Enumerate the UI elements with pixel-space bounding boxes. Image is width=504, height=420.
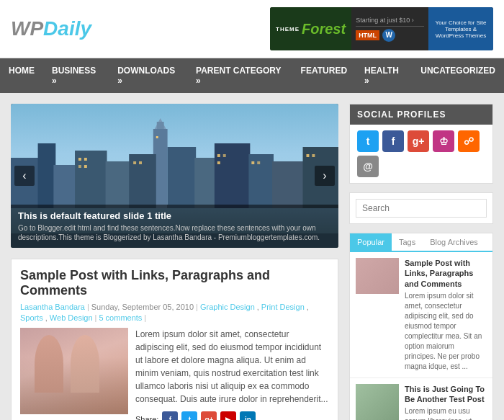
search-input[interactable]	[356, 199, 487, 218]
share-twitter-btn[interactable]: t	[181, 411, 197, 420]
tab-tags[interactable]: Tags	[392, 233, 423, 251]
slider-title: This is default featured slide 1 title	[18, 210, 331, 221]
rss-icon[interactable]: ☍	[458, 130, 480, 152]
share-linkedin-btn[interactable]: in	[240, 411, 256, 420]
nav-home[interactable]: HOME	[0, 58, 43, 83]
post-1-cat1[interactable]: Graphic Design	[200, 303, 255, 311]
sidebar-post-1: Sample Post with Links, Paragraphs and C…	[350, 252, 492, 378]
sidebar-post-2: This is Just Going To Be Another Test Po…	[350, 378, 492, 420]
facebook-icon[interactable]: f	[382, 130, 404, 152]
featured-slider: ‹ › This is default featured slide 1 tit…	[11, 104, 338, 248]
sidebar-post-1-excerpt: Lorem ipsum dolor sit amet, consectetur …	[405, 291, 487, 372]
search-box	[350, 193, 492, 223]
tabs-section: Popular Tags Blog Archives Sample Post w…	[349, 233, 493, 420]
social-profiles-title: SOCIAL PROFILES	[350, 104, 492, 125]
post-1-thumb	[20, 328, 128, 414]
header: WPDaily THEME Forest Starting at just $1…	[0, 0, 504, 58]
sidebar-post-1-thumb	[356, 258, 399, 294]
slider-prev-arrow[interactable]: ‹	[14, 166, 35, 186]
post-1-cat2[interactable]: Print Design	[261, 303, 305, 311]
tabs-bar: Popular Tags Blog Archives	[350, 233, 492, 252]
svg-rect-10	[194, 158, 216, 208]
content-wrap: ‹ › This is default featured slide 1 tit…	[0, 93, 504, 420]
forest-logo: Forest	[302, 21, 346, 37]
svg-rect-26	[257, 161, 260, 164]
google-plus-icon[interactable]: g+	[408, 130, 429, 152]
svg-rect-16	[84, 158, 87, 161]
svg-rect-20	[217, 154, 220, 157]
post-1-content: Lorem ipsum dolor sit amet, consectetur …	[20, 328, 329, 420]
sidebar-post-1-content: Sample Post with Links, Paragraphs and C…	[405, 258, 487, 372]
svg-rect-25	[251, 161, 254, 164]
nav-uncategorized[interactable]: UNCATEGORIZED	[412, 58, 504, 83]
logo-daily: Daily	[43, 17, 91, 40]
post-1-cat3[interactable]: Sports	[20, 313, 43, 322]
slider-next-arrow[interactable]: ›	[315, 166, 335, 186]
svg-rect-17	[78, 165, 81, 168]
post-1-share: Share: f t g+ ▶ in	[135, 411, 329, 420]
ad-banner[interactable]: THEME Forest Starting at just $10 › HTML…	[270, 7, 493, 50]
instagram-icon[interactable]: ♔	[433, 130, 454, 152]
post-1-cat4[interactable]: Web Design	[50, 313, 93, 322]
post-1-text-area: Lorem ipsum dolor sit amet, consectetur …	[135, 328, 329, 420]
svg-rect-28	[312, 154, 315, 157]
svg-rect-18	[84, 165, 87, 168]
twitter-icon[interactable]: t	[357, 130, 379, 152]
share-youtube-btn[interactable]: ▶	[220, 411, 236, 420]
site-logo[interactable]: WPDaily	[11, 17, 91, 40]
svg-rect-15	[78, 158, 81, 161]
sidebar-post-1-title[interactable]: Sample Post with Links, Paragraphs and C…	[405, 258, 487, 289]
svg-rect-19	[156, 136, 158, 138]
post-1: Sample Post with Links, Paragraphs and C…	[11, 259, 338, 420]
nav-downloads[interactable]: DOWNLOADS »	[109, 58, 187, 93]
logo-wp: WP	[11, 17, 43, 40]
search-section	[349, 192, 493, 224]
svg-rect-5	[157, 122, 164, 129]
nav-health[interactable]: HEALTH »	[356, 58, 412, 93]
tab-popular[interactable]: Popular	[350, 233, 392, 251]
svg-rect-24	[139, 161, 142, 164]
svg-rect-11	[215, 143, 250, 208]
share-google-btn[interactable]: g+	[201, 411, 217, 420]
nav-parent-category[interactable]: PARENT CATEGORY »	[187, 58, 292, 93]
svg-rect-22	[217, 161, 220, 164]
svg-rect-1	[38, 143, 56, 208]
ad-tagline: Your Choice for Site Templates & WordPre…	[428, 7, 493, 50]
sidebar-post-2-title[interactable]: This is Just Going To Be Another Test Po…	[405, 384, 487, 405]
sidebar-post-2-excerpt: Lorem ipsum eu usu assum liberavisse, ut…	[405, 406, 487, 420]
main-column: ‹ › This is default featured slide 1 tit…	[11, 104, 338, 420]
sidebar-post-2-content: This is Just Going To Be Another Test Po…	[405, 384, 487, 420]
post-1-date: Sunday, September 05, 2010	[91, 303, 194, 311]
svg-rect-8	[129, 154, 156, 208]
nav-featured[interactable]: FEATURED	[292, 58, 356, 83]
city-skyline-svg	[11, 115, 338, 208]
post-1-author[interactable]: Lasantha Bandara	[20, 303, 85, 311]
post-1-excerpt: Lorem ipsum dolor sit amet, consectetur …	[135, 328, 329, 406]
slider-description: Go to Blogger.edit html and find these s…	[18, 223, 331, 242]
svg-rect-27	[306, 154, 309, 157]
slider-caption: This is default featured slide 1 title G…	[11, 205, 338, 248]
tab-blog-archives[interactable]: Blog Archives	[423, 233, 485, 251]
social-icons-list: t f g+ ♔ ☍ @	[350, 125, 492, 183]
social-profiles-section: SOCIAL PROFILES t f g+ ♔ ☍ @	[349, 104, 493, 184]
post-1-comments[interactable]: 5 comments	[99, 313, 142, 322]
post-1-thumb-image	[20, 328, 128, 414]
email-icon[interactable]: @	[357, 156, 379, 177]
post-1-meta: Lasantha Bandara | Sunday, September 05,…	[20, 303, 329, 322]
svg-rect-7	[106, 161, 131, 208]
post-1-title[interactable]: Sample Post with Links, Paragraphs and C…	[20, 268, 270, 298]
share-label: Share:	[135, 415, 158, 420]
nav-business[interactable]: BUSINESS »	[43, 58, 109, 93]
svg-rect-13	[272, 161, 305, 208]
ad-price: Starting at just $10 ›	[356, 17, 424, 27]
sidebar-post-2-thumb	[356, 384, 399, 420]
svg-rect-2	[53, 165, 75, 208]
svg-rect-21	[223, 154, 226, 157]
share-facebook-btn[interactable]: f	[162, 411, 178, 420]
svg-rect-9	[168, 147, 197, 208]
svg-rect-23	[133, 161, 136, 164]
main-nav: HOME BUSINESS » DOWNLOADS » PARENT CATEG…	[0, 58, 504, 93]
sidebar: SOCIAL PROFILES t f g+ ♔ ☍ @ Popular Tag…	[349, 104, 493, 420]
